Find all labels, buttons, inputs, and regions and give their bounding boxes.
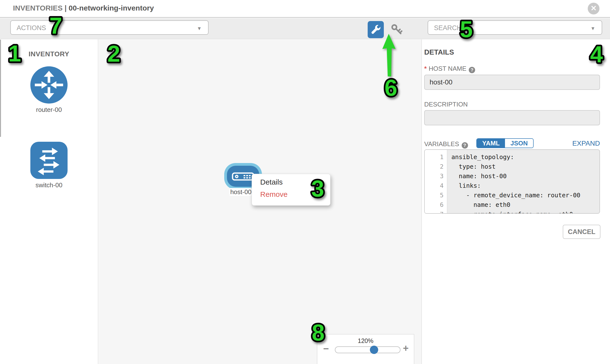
palette-item-label: router-00 xyxy=(0,106,98,114)
toggle-yaml[interactable]: YAML xyxy=(477,139,505,148)
zoom-slider[interactable] xyxy=(335,346,401,353)
palette-item-label: switch-00 xyxy=(0,182,98,189)
variables-row: VARIABLES? YAML JSON EXPAND xyxy=(424,138,600,150)
host-name-field[interactable]: host-00 xyxy=(424,75,600,90)
code-line: links: xyxy=(447,181,599,190)
line-number: 3 xyxy=(425,171,447,181)
description-label: DESCRIPTION xyxy=(424,101,468,108)
description-field[interactable] xyxy=(424,110,600,125)
format-toggle: YAML JSON xyxy=(476,138,534,148)
search-dropdown-label: SEARCH xyxy=(434,24,462,32)
sidebar-title: INVENTORY xyxy=(0,50,98,58)
variables-editor[interactable]: 1 2 3 4 5 6 7 ansible_topology: type: ho… xyxy=(424,149,600,214)
credentials-button[interactable] xyxy=(390,23,403,36)
app-window: INVENTORIES|00-networking-inventory ✕ AC… xyxy=(0,0,610,364)
search-dropdown[interactable]: SEARCH ▼ xyxy=(428,20,602,35)
node-context-menu: Details Remove xyxy=(252,174,330,206)
details-panel-title: DETAILS xyxy=(424,48,454,56)
variables-label: VARIABLES? xyxy=(424,140,468,149)
host-node-label: host-00 xyxy=(230,188,252,196)
inventory-sidebar: INVENTORY router-00 xyxy=(0,39,98,364)
topology-canvas[interactable]: host-00 Details Remove 120% − + xyxy=(98,39,422,364)
cancel-button[interactable]: CANCEL xyxy=(563,225,600,239)
line-number: 1 xyxy=(425,152,447,162)
line-number: 6 xyxy=(425,200,447,209)
help-icon[interactable]: ? xyxy=(469,67,475,73)
inventory-name: 00-networking-inventory xyxy=(68,4,154,12)
zoom-out-icon[interactable]: − xyxy=(323,343,329,354)
code-line: name: host-00 xyxy=(447,171,599,181)
context-menu-item-details[interactable]: Details xyxy=(260,178,283,186)
toggle-json[interactable]: JSON xyxy=(505,139,533,148)
header-bar: INVENTORIES|00-networking-inventory ✕ xyxy=(0,0,610,18)
code-line: ansible_topology: xyxy=(447,152,599,162)
code-line: remote_interface_name: eth0 xyxy=(447,209,599,214)
palette-item-switch[interactable]: switch-00 xyxy=(0,142,98,189)
page-title: INVENTORIES|00-networking-inventory xyxy=(13,4,154,12)
editor-gutter: 1 2 3 4 5 6 7 xyxy=(425,150,447,213)
zoom-in-icon[interactable]: + xyxy=(403,343,409,354)
code-line: type: host xyxy=(447,162,599,171)
line-number: 2 xyxy=(425,162,447,171)
close-icon[interactable]: ✕ xyxy=(588,3,599,14)
tools-button[interactable] xyxy=(368,21,384,38)
line-number: 5 xyxy=(425,190,447,200)
breadcrumb-separator: | xyxy=(65,4,66,12)
context-menu-item-remove[interactable]: Remove xyxy=(260,190,288,198)
help-icon[interactable]: ? xyxy=(462,142,468,149)
code-line: - remote_device_name: router-00 xyxy=(447,190,599,200)
code-line: name: eth0 xyxy=(447,200,599,209)
key-icon xyxy=(390,32,403,37)
required-asterisk: * xyxy=(424,65,427,72)
zoom-slider-thumb[interactable] xyxy=(370,346,378,354)
toolbar: ACTIONS ▼ xyxy=(0,18,610,39)
chevron-down-icon: ▼ xyxy=(197,26,202,31)
host-name-label: *HOST NAME? xyxy=(424,65,475,73)
zoom-level: 120% xyxy=(317,337,414,344)
breadcrumb-root: INVENTORIES xyxy=(13,4,63,12)
line-number: 4 xyxy=(425,181,447,190)
expand-link[interactable]: EXPAND xyxy=(572,140,600,147)
router-icon xyxy=(30,66,67,104)
editor-code[interactable]: ansible_topology: type: host name: host-… xyxy=(447,150,599,214)
switch-icon xyxy=(30,142,67,179)
details-panel: DETAILS *HOST NAME? host-00 DESCRIPTION … xyxy=(422,39,610,364)
chevron-down-icon: ▼ xyxy=(590,26,595,31)
line-number: 7 xyxy=(425,209,447,214)
palette-item-router[interactable]: router-00 xyxy=(0,66,98,114)
actions-dropdown-label: ACTIONS xyxy=(17,24,46,32)
actions-dropdown[interactable]: ACTIONS ▼ xyxy=(10,20,208,35)
zoom-control: 120% − + xyxy=(317,334,414,364)
